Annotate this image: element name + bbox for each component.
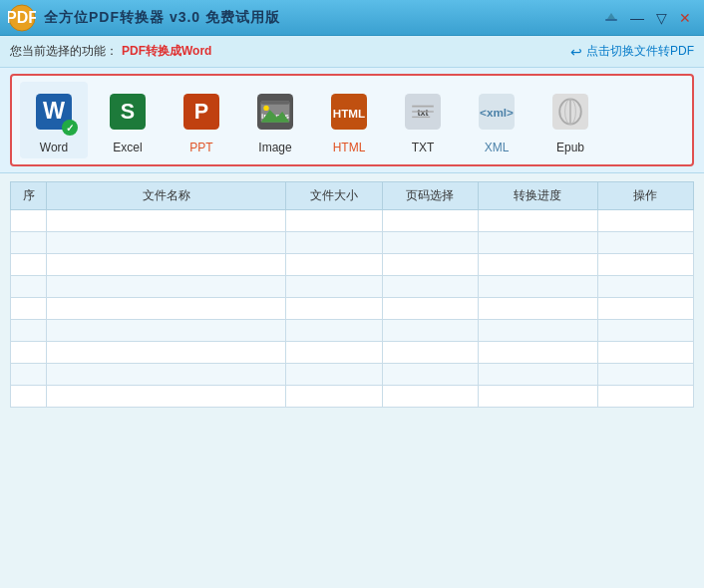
check-icon: ✓ <box>62 120 78 136</box>
svg-text:<xml>: <xml> <box>480 106 514 119</box>
maximize-button[interactable]: ▽ <box>650 7 672 29</box>
ppt-format-label: PPT <box>189 141 212 154</box>
svg-text:HTML: HTML <box>333 107 365 120</box>
format-icon-image[interactable]: imagesImage <box>241 82 309 158</box>
toolbar-prefix: 您当前选择的功能： <box>10 43 118 60</box>
toolbar-left: 您当前选择的功能： PDF转换成Word <box>10 43 211 60</box>
format-icons-container: W✓WordSExcelPPPTimagesImageHTMLHTMLtxtTX… <box>10 74 694 166</box>
txt-format-icon: txt <box>397 86 449 138</box>
table-row <box>11 254 694 276</box>
main-content: 序文件名称文件大小页码选择转换进度操作 <box>0 173 704 588</box>
minimize-button[interactable]: — <box>626 7 648 29</box>
excel-format-label: Excel <box>113 141 142 154</box>
table-row <box>11 210 694 232</box>
switch-link[interactable]: ↩ 点击切换文件转PDF <box>570 43 694 60</box>
xml-format-label: XML <box>485 141 510 154</box>
format-icon-ppt[interactable]: PPPT <box>168 82 235 158</box>
toolbar: 您当前选择的功能： PDF转换成Word ↩ 点击切换文件转PDF <box>0 36 704 68</box>
epub-format-icon <box>544 86 596 138</box>
table-header-4: 转换进度 <box>478 182 597 210</box>
table-header-0: 序 <box>11 182 47 210</box>
word-format-label: Word <box>40 141 68 154</box>
format-icon-xml[interactable]: <xml>XML <box>463 82 530 158</box>
svg-point-14 <box>263 106 268 111</box>
app-logo-icon: PDF <box>8 4 36 32</box>
image-format-icon: images <box>249 86 301 138</box>
switch-label: 点击切换文件转PDF <box>586 43 694 60</box>
format-icon-excel[interactable]: SExcel <box>94 82 162 158</box>
table-header-3: 页码选择 <box>382 182 478 210</box>
svg-marker-3 <box>607 13 615 19</box>
svg-rect-2 <box>605 19 617 21</box>
format-area: W✓WordSExcelPPPTimagesImageHTMLHTMLtxtTX… <box>0 68 704 173</box>
table-row <box>11 276 694 298</box>
ppt-format-icon: P <box>176 86 227 138</box>
svg-text:PDF: PDF <box>8 9 36 26</box>
epub-format-label: Epub <box>556 141 584 154</box>
format-icon-word[interactable]: W✓Word <box>20 82 88 158</box>
table-row <box>11 342 694 364</box>
svg-text:S: S <box>121 99 135 124</box>
svg-rect-12 <box>261 101 290 105</box>
table-header-1: 文件名称 <box>47 182 286 210</box>
html-format-icon: HTML <box>323 86 375 138</box>
table-row <box>11 232 694 254</box>
svg-text:P: P <box>194 99 208 124</box>
image-format-label: Image <box>258 141 291 154</box>
app-title: 全方位PDF转换器 v3.0 免费试用版 <box>44 9 280 27</box>
table-header-2: 文件大小 <box>286 182 382 210</box>
table-row <box>11 386 694 408</box>
table-row <box>11 364 694 386</box>
format-icon-txt[interactable]: txtTXT <box>389 82 457 158</box>
html-format-label: HTML <box>333 141 366 154</box>
title-bar: PDF 全方位PDF转换器 v3.0 免费试用版 — ▽ ✕ <box>0 0 704 36</box>
title-bar-controls: — ▽ ✕ <box>602 7 696 29</box>
table-header-5: 操作 <box>597 182 693 210</box>
close-button[interactable]: ✕ <box>674 7 696 29</box>
format-icon-epub[interactable]: Epub <box>536 82 604 158</box>
svg-text:W: W <box>43 98 66 124</box>
format-icon-html[interactable]: HTMLHTML <box>315 82 383 158</box>
word-format-icon: W✓ <box>28 86 80 138</box>
txt-format-label: TXT <box>412 141 435 154</box>
toolbar-function: PDF转换成Word <box>122 43 211 60</box>
minimize-icon <box>602 9 620 27</box>
title-bar-left: PDF 全方位PDF转换器 v3.0 免费试用版 <box>8 4 280 32</box>
excel-format-icon: S <box>102 86 154 138</box>
switch-arrow-icon: ↩ <box>570 44 582 60</box>
table-row <box>11 320 694 342</box>
table-row <box>11 298 694 320</box>
file-table: 序文件名称文件大小页码选择转换进度操作 <box>10 181 694 408</box>
xml-format-icon: <xml> <box>471 86 523 138</box>
